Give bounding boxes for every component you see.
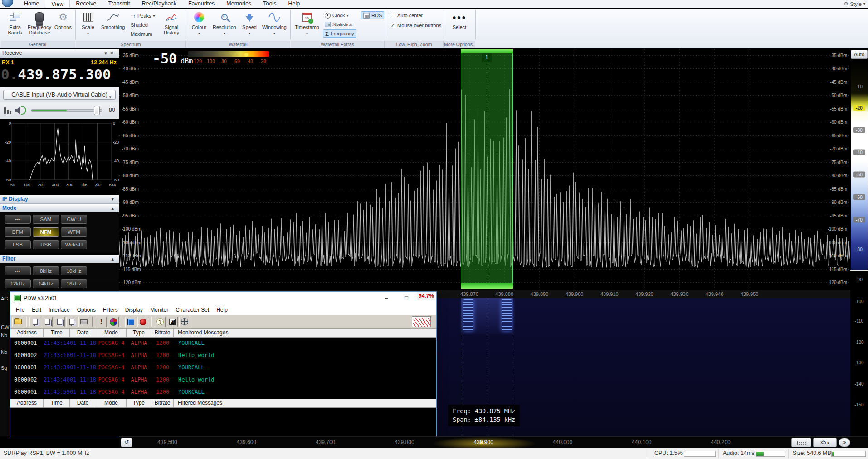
zoom-factor-button[interactable]: x5 ▸ [813,438,837,447]
record-button[interactable] [137,317,148,327]
clock-button[interactable]: Clock▾ [323,11,351,19]
pdw-column-address[interactable]: Address [10,329,44,337]
pdw-menu-character-set[interactable]: Character Set [172,307,213,313]
band-scale-label[interactable]: 439.700 [316,439,335,445]
smoothing-button[interactable]: Smoothing [99,10,127,30]
colour-scale-label[interactable]: -80 [850,246,868,252]
monitored-messages-list[interactable]: 000000121:43:1401-11-18POCSAG-4ALPHA1200… [10,338,436,399]
mode-header[interactable]: Mode ▴ [0,204,119,213]
open-folder-button[interactable] [12,317,23,327]
help-button[interactable]: ? [155,317,166,327]
band-scale-label[interactable]: 439.800 [395,439,414,445]
options-button[interactable]: ⚙ Options [53,10,73,30]
spectrum-display[interactable]: -50 dBm -120-100-80-60-40-20 1 -35 dBm-3… [119,49,850,290]
keyboard-entry-button[interactable] [791,438,811,447]
pdw-column-type[interactable]: Type [127,329,151,337]
pdw-decoder-window[interactable]: PDW v3.2b01 – □ ✕ FileEditInterfaceOptio… [10,291,437,437]
tab-transmit[interactable]: Transmit [102,0,136,8]
save-button[interactable] [66,317,77,327]
panel-collapse-icon[interactable]: ▾ [104,50,110,56]
section-expand-icon[interactable]: ▴ [111,205,117,211]
frequency-display[interactable]: RX 1 12,244 Hz 0.439.875.300 [0,58,119,87]
pdw-menu-interface[interactable]: Interface [45,307,73,313]
pdw-column-bitrate[interactable]: Bitrate [151,399,174,407]
paste-button[interactable] [42,317,53,327]
maximum-button[interactable]: Maximum [129,30,154,38]
mode-button-nfm[interactable]: NFM [33,227,59,237]
colour-scale-label[interactable]: -20 [850,105,868,111]
pdw-menu-help[interactable]: Help [213,307,231,313]
band-scale-label[interactable]: 439.600 [237,439,256,445]
tab-rec-playback[interactable]: Rec/Playback [136,0,182,8]
filter-header[interactable]: Filter ▴ [0,255,119,264]
tuning-selection-region[interactable]: 1 [461,49,513,290]
band-frequency-scale[interactable]: ↺ x5 ▸ » 439.500439.600439.700439.800439… [119,436,868,448]
mode-button-[interactable]: ••• [5,215,31,224]
invert-button[interactable]: Z [167,317,178,327]
pdw-message-row[interactable]: 000000221:43:4001-11-18POCSAG-4ALPHA1200… [10,374,436,387]
frequency-toggle-button[interactable]: Σ Frequency [323,29,356,38]
fast-forward-button[interactable]: » [839,438,850,447]
globe-button[interactable] [179,317,190,327]
filter-button-8khz[interactable]: 8kHz [33,266,59,275]
monitor-button[interactable] [125,317,136,327]
pdw-menu-file[interactable]: File [12,307,28,313]
palette-legend-bar[interactable] [188,51,269,57]
mode-button-usb[interactable]: USB [33,240,59,249]
frequency-database-button[interactable]: Frequency Database [26,10,53,35]
pdw-message-row[interactable]: 000000121:43:5901-11-18POCSAG-4ALPHA1200… [10,387,436,399]
mode-button-wfm[interactable]: WFM [61,227,87,237]
peaks-button[interactable]: ↑↑ Peaks▾ [129,12,157,20]
copy-button[interactable] [29,317,40,327]
recenter-button[interactable]: ↺ [121,438,132,447]
signal-history-button[interactable]: Signal History [160,10,183,35]
filtered-messages-header[interactable]: AddressTimeDateModeTypeBitrateFiltered M… [10,399,436,408]
audio-device-select[interactable]: CABLE Input (VB-Audio Virtual Cable) ▼ [3,90,116,100]
filter-button-14khz[interactable]: 14kHz [33,279,59,288]
mouse-over-buttons-checkbox[interactable]: ✓ Mouse-over buttons [388,21,443,29]
section-expand-icon[interactable]: ▴ [111,256,117,261]
pdw-column-monitored-messages[interactable]: Monitored Messages [174,329,436,337]
waterfall-colour-scale[interactable]: Auto -10-20-30-40-50-60-70-80-90-100-110… [850,49,868,436]
band-scale-label[interactable]: 440.000 [553,439,572,445]
pdw-menu-edit[interactable]: Edit [28,307,45,313]
pdw-message-row[interactable]: 000000121:43:3901-11-18POCSAG-4ALPHA1200… [10,362,436,374]
colour-gradient-bar[interactable] [851,60,868,270]
threshold-line[interactable] [850,270,868,271]
mode-button-cwu[interactable]: CW-U [61,215,87,224]
filter-button-[interactable]: ••• [5,266,31,275]
mode-button-wideu[interactable]: Wide-U [61,240,87,249]
panel-close-icon[interactable]: ✕ [110,50,117,56]
pdw-menu-display[interactable]: Display [122,307,146,313]
colour-button[interactable]: Colour▾ [189,10,210,36]
select-button[interactable]: ●●● Select [447,10,472,30]
copy-page-button[interactable] [54,317,65,327]
auto-center-checkbox[interactable]: Auto center [388,11,424,19]
if-display-header[interactable]: IF Display ▾ [0,195,119,204]
filter-button-16khz[interactable]: 16kHz [61,279,87,288]
receive-panel-header[interactable]: Receive ▾✕ [0,49,119,58]
speaker-icon[interactable] [15,107,20,114]
section-collapse-icon[interactable]: ▾ [111,196,117,202]
tab-help[interactable]: Help [282,0,306,8]
band-scale-label[interactable]: 439.900 [473,439,493,445]
pdw-menu-options[interactable]: Options [73,307,99,313]
minimize-button[interactable]: – [376,292,396,304]
mode-button-sam[interactable]: SAM [33,215,59,224]
band-scale-label[interactable]: 440.100 [632,439,651,445]
filtered-messages-list[interactable] [10,408,436,437]
tab-receive[interactable]: Receive [70,0,102,8]
pdw-column-mode[interactable]: Mode [96,399,127,407]
selection-top-bar[interactable] [461,49,513,53]
rx-marker-badge[interactable]: 1 [482,53,492,62]
pdw-column-address[interactable]: Address [10,399,44,407]
tab-home[interactable]: Home [18,0,45,8]
colour-scale-label[interactable]: -50 [850,172,868,178]
pdw-column-filtered-messages[interactable]: Filtered Messages [174,399,436,407]
pdw-message-row[interactable]: 000000121:43:1401-11-18POCSAG-4ALPHA1200… [10,338,436,350]
pdw-column-type[interactable]: Type [127,399,151,407]
pdw-column-mode[interactable]: Mode [96,329,127,337]
resolution-button[interactable]: Resolution▾ [210,10,239,36]
extra-bands-button[interactable]: Extra Bands [3,10,27,35]
pdw-column-date[interactable]: Date [70,329,96,337]
